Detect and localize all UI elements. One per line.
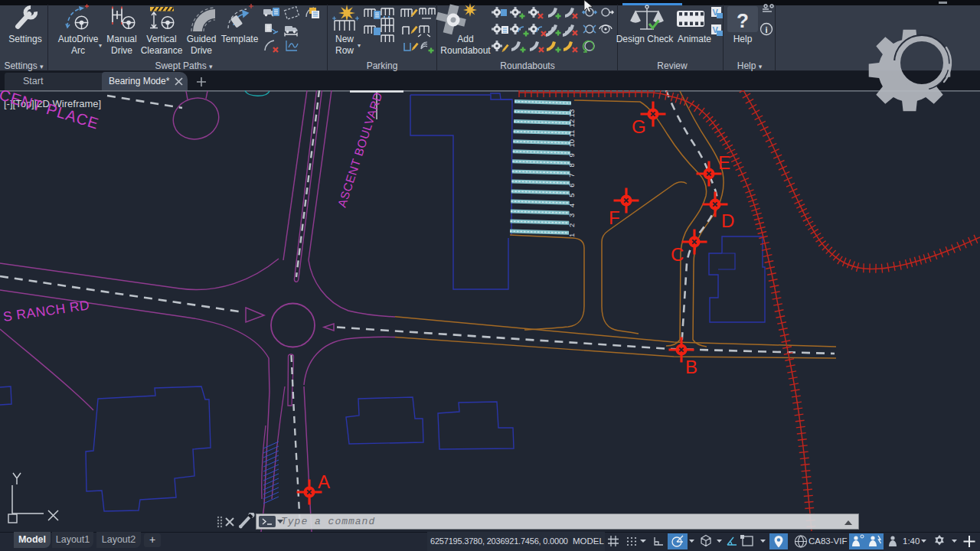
- svg-text:6: 6: [567, 184, 576, 187]
- svg-text:S RANCH RD: S RANCH RD: [2, 297, 91, 324]
- svg-text:i: i: [766, 25, 768, 34]
- svg-text:G: G: [632, 116, 646, 137]
- svg-text:10: 10: [567, 139, 576, 148]
- svg-text:3: 3: [567, 214, 576, 217]
- svg-text:C: C: [671, 244, 684, 265]
- svg-text:F: F: [609, 207, 620, 228]
- svg-text:E: E: [718, 152, 730, 173]
- svg-text:7: 7: [567, 173, 576, 177]
- svg-text:11: 11: [567, 130, 576, 138]
- svg-text:8: 8: [567, 163, 576, 167]
- svg-text:B: B: [685, 357, 697, 377]
- svg-text:2: 2: [567, 223, 576, 227]
- svg-text:12: 12: [567, 119, 576, 128]
- svg-text:D: D: [721, 210, 734, 231]
- svg-text:ASCENT BOULVARD: ASCENT BOULVARD: [335, 90, 385, 209]
- svg-text:13: 13: [567, 109, 576, 118]
- svg-text:1: 1: [567, 233, 576, 237]
- svg-text:9: 9: [567, 153, 576, 157]
- svg-text:A: A: [318, 471, 330, 492]
- svg-text:?: ?: [737, 9, 749, 32]
- svg-text:5: 5: [567, 194, 576, 197]
- svg-text:ASCENT PLACE: ASCENT PLACE: [0, 90, 101, 132]
- svg-text:4: 4: [567, 204, 576, 207]
